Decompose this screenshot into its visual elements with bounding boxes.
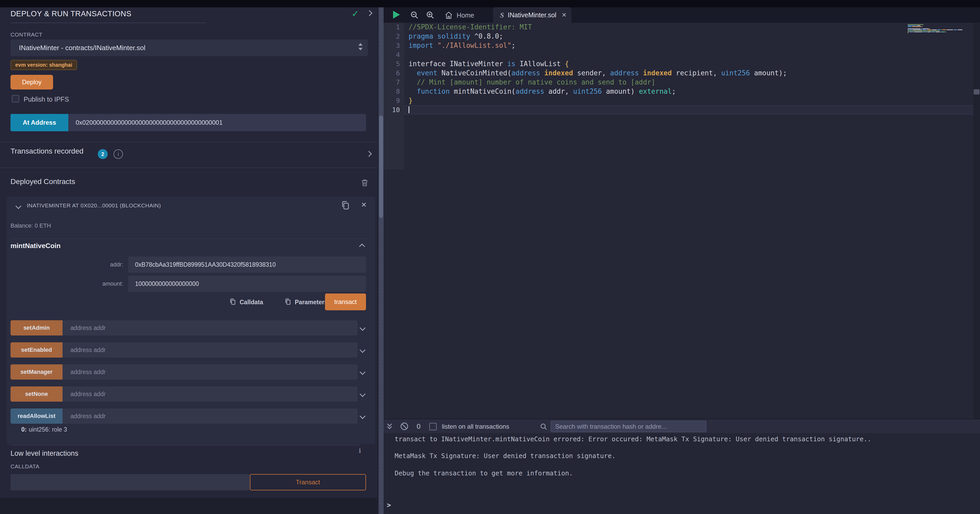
setadmin-input[interactable] xyxy=(62,320,358,335)
tab-close-icon[interactable]: ✕ xyxy=(562,11,566,19)
terminal-prompt[interactable]: > xyxy=(387,501,391,509)
calldata-label: CALLDATA xyxy=(11,463,40,470)
transactions-count-badge: 2 xyxy=(98,149,108,159)
solidity-file-icon: S xyxy=(500,11,504,19)
expand-function-chevron-icon[interactable] xyxy=(360,413,366,419)
select-arrows-icon xyxy=(358,43,363,51)
zoom-in-icon[interactable] xyxy=(426,11,434,19)
deployed-contract-card: INATIVEMINTER AT 0X020...00001 (BLOCKCHA… xyxy=(6,197,375,444)
compile-success-check-icon: ✓ xyxy=(352,8,359,19)
publish-ipfs-label: Publish to IPFS xyxy=(24,95,69,103)
code-editor[interactable]: 12345678910 //SPDX-License-Identifier: M… xyxy=(383,22,973,419)
contract-collapse-chevron-icon[interactable] xyxy=(16,203,22,209)
setmanager-button[interactable]: setManager xyxy=(11,364,62,379)
amount-field-label: amount: xyxy=(6,280,123,287)
contract-balance: Balance: 0 ETH xyxy=(11,222,51,229)
low-level-info-icon[interactable]: i xyxy=(359,446,361,455)
addr-field-label: addr: xyxy=(6,261,123,268)
window-top-bar xyxy=(0,0,980,7)
function-row: setNone xyxy=(11,386,358,401)
low-level-transact-button[interactable]: Transact xyxy=(250,474,366,490)
readallowlist-button[interactable]: readAllowList xyxy=(11,408,62,424)
section-divider xyxy=(0,142,377,142)
clear-instances-trash-icon[interactable] xyxy=(361,178,369,187)
info-icon[interactable]: i xyxy=(113,149,123,159)
section-divider xyxy=(11,445,360,445)
evm-version-badge: evm version: shanghai xyxy=(11,60,77,70)
tab-home[interactable]: Home xyxy=(445,10,474,21)
remove-contract-icon[interactable]: ✕ xyxy=(361,201,367,209)
editor-scrollbar[interactable] xyxy=(973,22,980,419)
zoom-out-icon[interactable] xyxy=(410,11,419,19)
transactions-recorded-label: Transactions recorded xyxy=(11,147,84,155)
copy-address-icon[interactable] xyxy=(340,200,350,211)
copy-calldata-button[interactable]: Calldata xyxy=(240,299,263,306)
copy-parameters-icon[interactable] xyxy=(284,298,292,306)
terminal-collapse-icon[interactable] xyxy=(388,422,393,430)
editor-gutter: 12345678910 xyxy=(383,22,404,170)
listen-all-transactions-label: listen on all transactions xyxy=(442,423,509,430)
terminal-line: Debug the transaction to get more inform… xyxy=(395,470,573,477)
publish-ipfs-checkbox[interactable] xyxy=(12,95,19,102)
function-row: setEnabled xyxy=(11,342,358,357)
listen-all-transactions-checkbox[interactable] xyxy=(429,423,437,430)
function-row: readAllowList xyxy=(11,408,358,424)
clear-console-icon[interactable] xyxy=(400,422,409,431)
amount-input[interactable] xyxy=(128,276,366,292)
panel-resize-handle[interactable] xyxy=(377,7,383,514)
setenabled-button[interactable]: setEnabled xyxy=(11,342,62,357)
transact-button[interactable]: transact xyxy=(325,293,366,310)
result-value: uint256: role 3 xyxy=(29,426,67,433)
remix-ide-window: DEPLOY & RUN TRANSACTIONS ✓ CONTRACT INa… xyxy=(0,0,980,514)
setadmin-button[interactable]: setAdmin xyxy=(11,320,62,335)
low-level-title: Low level interactions xyxy=(11,449,78,458)
search-icon xyxy=(540,423,547,430)
at-address-group: At Address xyxy=(11,114,366,131)
terminal-search-input[interactable] xyxy=(551,421,706,432)
readallowlist-input[interactable] xyxy=(62,408,358,424)
editor-scrollbar-thumb[interactable] xyxy=(974,89,980,95)
terminal-line: transact to INativeMinter.mintNativeCoin… xyxy=(395,435,871,443)
transactions-expand-chevron-icon[interactable] xyxy=(366,151,372,157)
title-underline xyxy=(11,22,206,23)
panel-expand-chevron-icon[interactable] xyxy=(366,10,372,16)
code-lines[interactable]: //SPDX-License-Identifier: MITpragma sol… xyxy=(404,22,973,114)
call-result: 0:uint256: role 3 xyxy=(21,426,67,433)
section-divider xyxy=(0,168,377,168)
contract-select-value: INativeMinter - contracts/INativeMinter.… xyxy=(19,44,145,52)
contract-instance-title: INATIVEMINTER AT 0X020...00001 (BLOCKCHA… xyxy=(27,202,161,209)
setenabled-input[interactable] xyxy=(62,342,358,357)
contract-label: CONTRACT xyxy=(11,32,42,38)
contract-select[interactable]: INativeMinter - contracts/INativeMinter.… xyxy=(11,40,368,56)
function-row: setAdmin xyxy=(11,320,358,335)
expand-function-chevron-icon[interactable] xyxy=(360,369,366,375)
at-address-input[interactable] xyxy=(68,114,366,131)
function-collapse-chevron-icon[interactable] xyxy=(359,244,365,250)
deploy-button[interactable]: Deploy xyxy=(11,75,53,89)
expand-function-chevron-icon[interactable] xyxy=(360,391,366,397)
pending-transactions-count: 0 xyxy=(417,422,420,430)
editor-minimap[interactable] xyxy=(908,24,972,35)
editor-tab-bar: Home S INativeMinter.sol ✕ xyxy=(383,7,980,22)
addr-input[interactable] xyxy=(128,257,366,273)
terminal-toolbar: 0 listen on all transactions xyxy=(383,419,980,433)
deploy-run-panel: DEPLOY & RUN TRANSACTIONS ✓ CONTRACT INa… xyxy=(0,7,377,514)
at-address-button[interactable]: At Address xyxy=(11,114,68,131)
result-index: 0: xyxy=(21,426,27,433)
tab-label: INativeMinter.sol xyxy=(508,11,557,19)
tab-inativeminter-sol[interactable]: S INativeMinter.sol ✕ xyxy=(493,7,571,22)
function-name: mintNativeCoin xyxy=(11,242,61,250)
copy-calldata-icon[interactable] xyxy=(229,298,237,306)
setnone-input[interactable] xyxy=(62,386,358,401)
setmanager-input[interactable] xyxy=(62,364,358,379)
home-icon xyxy=(445,11,453,19)
panel-scrollbar-thumb[interactable] xyxy=(379,116,383,218)
calldata-input[interactable] xyxy=(11,474,250,490)
run-script-play-icon[interactable] xyxy=(393,11,400,19)
expand-function-chevron-icon[interactable] xyxy=(360,325,366,331)
expand-function-chevron-icon[interactable] xyxy=(360,347,366,353)
terminal-output[interactable]: transact to INativeMinter.mintNativeCoin… xyxy=(383,433,980,514)
home-tab-label: Home xyxy=(457,11,474,19)
setnone-button[interactable]: setNone xyxy=(11,386,62,401)
copy-parameters-button[interactable]: Parameters xyxy=(295,299,328,306)
